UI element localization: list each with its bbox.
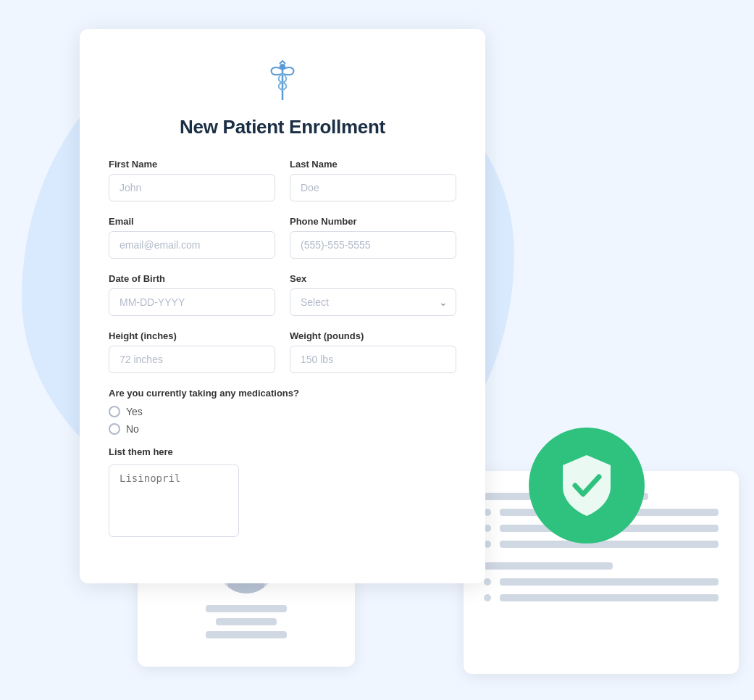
last-name-label: Last Name [290, 159, 456, 170]
radio-no-circle [109, 423, 120, 435]
profile-line-3 [206, 631, 287, 638]
email-input[interactable] [109, 231, 275, 259]
doc-dot-5 [484, 594, 491, 601]
sex-select[interactable]: Select Male Female Other [290, 288, 456, 316]
doc-line-row-4 [484, 578, 719, 586]
weight-label: Weight (pounds) [290, 330, 456, 341]
form-title: New Patient Enrollment [109, 116, 456, 138]
phone-label: Phone Number [290, 216, 456, 227]
profile-lines [196, 605, 297, 638]
radio-yes[interactable]: Yes [109, 406, 456, 417]
medications-list-label: List them here [109, 446, 456, 457]
svg-point-1 [280, 64, 285, 70]
dob-sex-row: Date of Birth Sex Select Male Female Oth… [109, 273, 456, 316]
height-label: Height (inches) [109, 330, 275, 341]
weight-field: Weight (pounds) [290, 330, 456, 373]
height-field: Height (inches) [109, 330, 275, 373]
dob-input[interactable] [109, 288, 275, 316]
profile-line-1 [206, 605, 287, 612]
last-name-input[interactable] [290, 174, 456, 201]
doc-line-row-5 [484, 594, 719, 601]
dob-field: Date of Birth [109, 273, 275, 316]
contact-row: Email Phone Number [109, 216, 456, 259]
medications-textarea[interactable] [109, 464, 239, 537]
medications-question-label: Are you currently taking any medications… [109, 388, 456, 399]
sex-select-wrapper: Select Male Female Other ⌄ [290, 288, 456, 316]
sex-field: Sex Select Male Female Other ⌄ [290, 273, 456, 316]
radio-yes-circle [109, 406, 120, 417]
sex-label: Sex [290, 273, 456, 284]
medications-list-section: List them here [109, 446, 456, 540]
weight-input[interactable] [290, 346, 456, 373]
doc-line-4 [500, 541, 719, 548]
dob-label: Date of Birth [109, 273, 275, 284]
medications-question-field: Are you currently taking any medications… [109, 388, 456, 435]
radio-no[interactable]: No [109, 423, 456, 435]
shield-badge [529, 428, 645, 543]
medical-logo [109, 58, 456, 104]
height-input[interactable] [109, 346, 275, 373]
phone-field: Phone Number [290, 216, 456, 259]
doc-line-row-3 [484, 541, 719, 548]
email-field: Email [109, 216, 275, 259]
email-label: Email [109, 216, 275, 227]
doc-dot-4 [484, 578, 491, 586]
first-name-label: First Name [109, 159, 275, 170]
doc-line-7 [500, 594, 719, 601]
shield-icon [554, 449, 619, 522]
medications-radio-group: Yes No [109, 406, 456, 435]
radio-no-label: No [126, 423, 139, 435]
doc-line-5 [484, 562, 613, 570]
radio-yes-label: Yes [126, 406, 143, 417]
first-name-input[interactable] [109, 174, 275, 201]
name-row: First Name Last Name [109, 159, 456, 201]
last-name-field: Last Name [290, 159, 456, 201]
doc-line-6 [500, 578, 719, 586]
height-weight-row: Height (inches) Weight (pounds) [109, 330, 456, 373]
profile-line-2 [216, 618, 277, 625]
scene-container: New Patient Enrollment First Name Last N… [43, 14, 739, 688]
form-card: New Patient Enrollment First Name Last N… [80, 29, 485, 583]
phone-input[interactable] [290, 231, 456, 259]
first-name-field: First Name [109, 159, 275, 201]
